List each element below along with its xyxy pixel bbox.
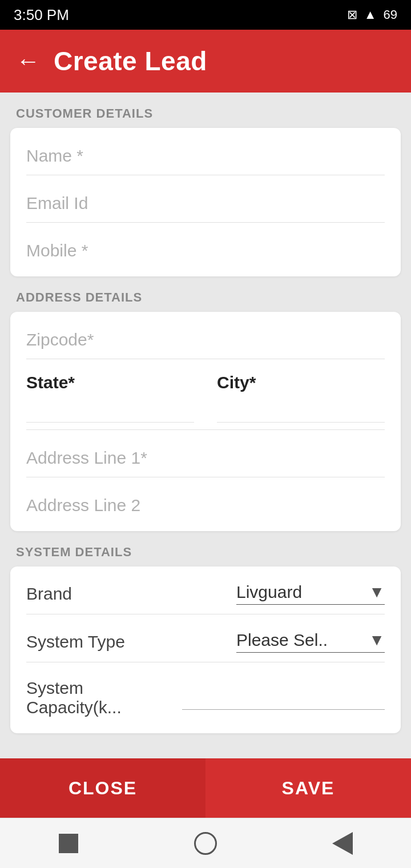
app-header: ← Create Lead [0, 30, 411, 93]
state-col: State* [26, 373, 206, 423]
nav-bar [0, 818, 411, 868]
close-button[interactable]: CLOSE [0, 758, 206, 818]
system-details-card: Brand Livguard ▼ System Type Please Sel.… [10, 566, 401, 733]
system-type-label: System Type [26, 632, 125, 652]
email-input[interactable] [26, 191, 385, 215]
system-capacity-input[interactable] [182, 686, 385, 710]
name-field [26, 128, 385, 175]
brand-dropdown[interactable]: Livguard ▼ [236, 582, 385, 605]
mobile-input[interactable] [26, 239, 385, 263]
back-icon [332, 832, 353, 855]
customer-details-card [10, 128, 401, 276]
system-details-label: SYSTEM DETAILS [0, 531, 411, 566]
brand-row: Brand Livguard ▼ [26, 566, 385, 614]
city-col: City* [206, 373, 385, 423]
system-type-value: Please Sel.. [236, 630, 328, 650]
home-icon [194, 832, 217, 855]
name-input[interactable] [26, 144, 385, 168]
city-label: City* [217, 373, 385, 392]
wifi-icon: ▲ [364, 7, 377, 22]
state-input[interactable] [26, 396, 194, 423]
address-details-label: ADDRESS DETAILS [0, 276, 411, 312]
close-icon: ⊠ [347, 7, 357, 22]
zipcode-field [26, 312, 385, 359]
state-label: State* [26, 373, 194, 392]
address-line2-field [26, 477, 385, 531]
stop-icon [59, 834, 78, 853]
city-input[interactable] [217, 396, 385, 423]
page-title: Create Lead [54, 46, 207, 77]
bottom-actions: CLOSE SAVE [0, 758, 411, 818]
battery-icon: 69 [384, 7, 397, 22]
status-icons: ⊠ ▲ 69 [347, 7, 397, 22]
form-content: CUSTOMER DETAILS ADDRESS DETAILS State* … [0, 93, 411, 758]
status-bar: 3:50 PM ⊠ ▲ 69 [0, 0, 411, 30]
state-city-row: State* City* [26, 359, 385, 430]
address-details-card: State* City* [10, 312, 401, 531]
email-field [26, 175, 385, 223]
brand-chevron-down-icon: ▼ [369, 583, 385, 601]
system-type-dropdown[interactable]: Please Sel.. ▼ [236, 630, 385, 653]
system-type-chevron-down-icon: ▼ [369, 631, 385, 649]
address-line2-input[interactable] [26, 493, 385, 517]
nav-home-button[interactable] [188, 826, 223, 861]
nav-back-button[interactable] [325, 826, 360, 861]
brand-label: Brand [26, 584, 72, 604]
back-button[interactable]: ← [16, 49, 40, 73]
status-time: 3:50 PM [14, 6, 69, 24]
system-type-row: System Type Please Sel.. ▼ [26, 614, 385, 662]
save-button[interactable]: SAVE [206, 758, 411, 818]
address-line1-input[interactable] [26, 446, 385, 470]
customer-details-label: CUSTOMER DETAILS [0, 93, 411, 128]
mobile-field [26, 223, 385, 276]
brand-value: Livguard [236, 582, 302, 602]
zipcode-input[interactable] [26, 328, 385, 352]
nav-stop-button[interactable] [51, 826, 86, 861]
address-line1-field [26, 430, 385, 477]
system-capacity-label: System Capacity(k... [26, 678, 182, 717]
system-capacity-row: System Capacity(k... [26, 662, 385, 733]
